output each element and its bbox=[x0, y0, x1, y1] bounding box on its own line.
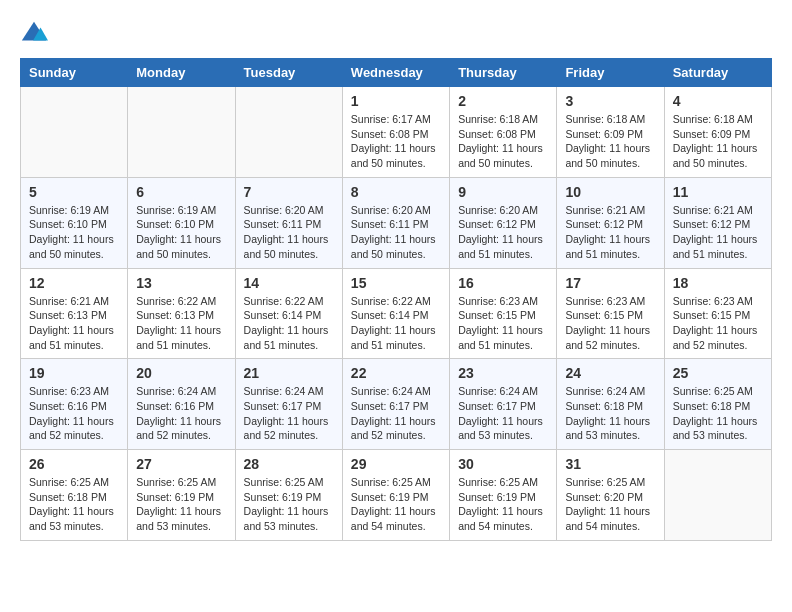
day-number: 15 bbox=[351, 275, 441, 291]
calendar-table: SundayMondayTuesdayWednesdayThursdayFrid… bbox=[20, 58, 772, 541]
day-number: 12 bbox=[29, 275, 119, 291]
calendar-cell: 19Sunrise: 6:23 AM Sunset: 6:16 PM Dayli… bbox=[21, 359, 128, 450]
day-info: Sunrise: 6:22 AM Sunset: 6:14 PM Dayligh… bbox=[351, 294, 441, 353]
day-info: Sunrise: 6:25 AM Sunset: 6:18 PM Dayligh… bbox=[29, 475, 119, 534]
calendar-cell bbox=[21, 87, 128, 178]
calendar-cell: 23Sunrise: 6:24 AM Sunset: 6:17 PM Dayli… bbox=[450, 359, 557, 450]
calendar-cell: 17Sunrise: 6:23 AM Sunset: 6:15 PM Dayli… bbox=[557, 268, 664, 359]
day-info: Sunrise: 6:21 AM Sunset: 6:12 PM Dayligh… bbox=[673, 203, 763, 262]
day-number: 11 bbox=[673, 184, 763, 200]
calendar-week-4: 19Sunrise: 6:23 AM Sunset: 6:16 PM Dayli… bbox=[21, 359, 772, 450]
day-info: Sunrise: 6:25 AM Sunset: 6:19 PM Dayligh… bbox=[136, 475, 226, 534]
calendar-cell: 16Sunrise: 6:23 AM Sunset: 6:15 PM Dayli… bbox=[450, 268, 557, 359]
day-info: Sunrise: 6:25 AM Sunset: 6:20 PM Dayligh… bbox=[565, 475, 655, 534]
day-info: Sunrise: 6:20 AM Sunset: 6:11 PM Dayligh… bbox=[244, 203, 334, 262]
weekday-header-tuesday: Tuesday bbox=[235, 59, 342, 87]
day-info: Sunrise: 6:19 AM Sunset: 6:10 PM Dayligh… bbox=[29, 203, 119, 262]
calendar-cell: 31Sunrise: 6:25 AM Sunset: 6:20 PM Dayli… bbox=[557, 450, 664, 541]
day-number: 24 bbox=[565, 365, 655, 381]
day-info: Sunrise: 6:20 AM Sunset: 6:12 PM Dayligh… bbox=[458, 203, 548, 262]
day-number: 4 bbox=[673, 93, 763, 109]
day-info: Sunrise: 6:24 AM Sunset: 6:16 PM Dayligh… bbox=[136, 384, 226, 443]
weekday-header-wednesday: Wednesday bbox=[342, 59, 449, 87]
day-info: Sunrise: 6:23 AM Sunset: 6:16 PM Dayligh… bbox=[29, 384, 119, 443]
day-number: 3 bbox=[565, 93, 655, 109]
day-info: Sunrise: 6:24 AM Sunset: 6:17 PM Dayligh… bbox=[458, 384, 548, 443]
calendar-cell: 30Sunrise: 6:25 AM Sunset: 6:19 PM Dayli… bbox=[450, 450, 557, 541]
calendar-week-3: 12Sunrise: 6:21 AM Sunset: 6:13 PM Dayli… bbox=[21, 268, 772, 359]
calendar-cell: 13Sunrise: 6:22 AM Sunset: 6:13 PM Dayli… bbox=[128, 268, 235, 359]
weekday-header-saturday: Saturday bbox=[664, 59, 771, 87]
day-number: 6 bbox=[136, 184, 226, 200]
calendar-cell: 22Sunrise: 6:24 AM Sunset: 6:17 PM Dayli… bbox=[342, 359, 449, 450]
day-number: 7 bbox=[244, 184, 334, 200]
calendar-cell: 26Sunrise: 6:25 AM Sunset: 6:18 PM Dayli… bbox=[21, 450, 128, 541]
day-number: 28 bbox=[244, 456, 334, 472]
calendar-cell: 7Sunrise: 6:20 AM Sunset: 6:11 PM Daylig… bbox=[235, 177, 342, 268]
day-info: Sunrise: 6:17 AM Sunset: 6:08 PM Dayligh… bbox=[351, 112, 441, 171]
calendar-cell: 9Sunrise: 6:20 AM Sunset: 6:12 PM Daylig… bbox=[450, 177, 557, 268]
day-info: Sunrise: 6:23 AM Sunset: 6:15 PM Dayligh… bbox=[673, 294, 763, 353]
calendar-cell: 25Sunrise: 6:25 AM Sunset: 6:18 PM Dayli… bbox=[664, 359, 771, 450]
calendar-cell: 3Sunrise: 6:18 AM Sunset: 6:09 PM Daylig… bbox=[557, 87, 664, 178]
day-info: Sunrise: 6:24 AM Sunset: 6:17 PM Dayligh… bbox=[244, 384, 334, 443]
day-info: Sunrise: 6:23 AM Sunset: 6:15 PM Dayligh… bbox=[458, 294, 548, 353]
day-number: 2 bbox=[458, 93, 548, 109]
calendar-cell: 24Sunrise: 6:24 AM Sunset: 6:18 PM Dayli… bbox=[557, 359, 664, 450]
day-info: Sunrise: 6:23 AM Sunset: 6:15 PM Dayligh… bbox=[565, 294, 655, 353]
calendar-week-1: 1Sunrise: 6:17 AM Sunset: 6:08 PM Daylig… bbox=[21, 87, 772, 178]
calendar-cell bbox=[235, 87, 342, 178]
weekday-header-monday: Monday bbox=[128, 59, 235, 87]
page-header bbox=[20, 20, 772, 48]
calendar-cell: 20Sunrise: 6:24 AM Sunset: 6:16 PM Dayli… bbox=[128, 359, 235, 450]
weekday-header-friday: Friday bbox=[557, 59, 664, 87]
calendar-cell: 6Sunrise: 6:19 AM Sunset: 6:10 PM Daylig… bbox=[128, 177, 235, 268]
calendar-cell: 15Sunrise: 6:22 AM Sunset: 6:14 PM Dayli… bbox=[342, 268, 449, 359]
day-info: Sunrise: 6:20 AM Sunset: 6:11 PM Dayligh… bbox=[351, 203, 441, 262]
calendar-cell: 4Sunrise: 6:18 AM Sunset: 6:09 PM Daylig… bbox=[664, 87, 771, 178]
day-info: Sunrise: 6:22 AM Sunset: 6:13 PM Dayligh… bbox=[136, 294, 226, 353]
day-info: Sunrise: 6:18 AM Sunset: 6:09 PM Dayligh… bbox=[673, 112, 763, 171]
day-number: 1 bbox=[351, 93, 441, 109]
calendar-cell: 28Sunrise: 6:25 AM Sunset: 6:19 PM Dayli… bbox=[235, 450, 342, 541]
calendar-cell: 2Sunrise: 6:18 AM Sunset: 6:08 PM Daylig… bbox=[450, 87, 557, 178]
day-info: Sunrise: 6:24 AM Sunset: 6:17 PM Dayligh… bbox=[351, 384, 441, 443]
day-info: Sunrise: 6:19 AM Sunset: 6:10 PM Dayligh… bbox=[136, 203, 226, 262]
calendar-cell: 12Sunrise: 6:21 AM Sunset: 6:13 PM Dayli… bbox=[21, 268, 128, 359]
day-info: Sunrise: 6:25 AM Sunset: 6:19 PM Dayligh… bbox=[458, 475, 548, 534]
day-info: Sunrise: 6:18 AM Sunset: 6:08 PM Dayligh… bbox=[458, 112, 548, 171]
day-number: 16 bbox=[458, 275, 548, 291]
calendar-cell: 27Sunrise: 6:25 AM Sunset: 6:19 PM Dayli… bbox=[128, 450, 235, 541]
day-number: 20 bbox=[136, 365, 226, 381]
day-info: Sunrise: 6:25 AM Sunset: 6:19 PM Dayligh… bbox=[351, 475, 441, 534]
day-info: Sunrise: 6:24 AM Sunset: 6:18 PM Dayligh… bbox=[565, 384, 655, 443]
day-number: 5 bbox=[29, 184, 119, 200]
day-info: Sunrise: 6:18 AM Sunset: 6:09 PM Dayligh… bbox=[565, 112, 655, 171]
day-number: 29 bbox=[351, 456, 441, 472]
calendar-cell bbox=[664, 450, 771, 541]
calendar-week-5: 26Sunrise: 6:25 AM Sunset: 6:18 PM Dayli… bbox=[21, 450, 772, 541]
day-number: 26 bbox=[29, 456, 119, 472]
calendar-cell: 1Sunrise: 6:17 AM Sunset: 6:08 PM Daylig… bbox=[342, 87, 449, 178]
calendar-cell: 5Sunrise: 6:19 AM Sunset: 6:10 PM Daylig… bbox=[21, 177, 128, 268]
calendar-cell: 10Sunrise: 6:21 AM Sunset: 6:12 PM Dayli… bbox=[557, 177, 664, 268]
calendar-header-row: SundayMondayTuesdayWednesdayThursdayFrid… bbox=[21, 59, 772, 87]
day-number: 21 bbox=[244, 365, 334, 381]
logo bbox=[20, 20, 52, 48]
day-number: 10 bbox=[565, 184, 655, 200]
day-number: 22 bbox=[351, 365, 441, 381]
day-info: Sunrise: 6:21 AM Sunset: 6:13 PM Dayligh… bbox=[29, 294, 119, 353]
day-number: 31 bbox=[565, 456, 655, 472]
calendar-cell: 11Sunrise: 6:21 AM Sunset: 6:12 PM Dayli… bbox=[664, 177, 771, 268]
calendar-week-2: 5Sunrise: 6:19 AM Sunset: 6:10 PM Daylig… bbox=[21, 177, 772, 268]
day-number: 13 bbox=[136, 275, 226, 291]
day-number: 27 bbox=[136, 456, 226, 472]
day-number: 9 bbox=[458, 184, 548, 200]
calendar-cell: 18Sunrise: 6:23 AM Sunset: 6:15 PM Dayli… bbox=[664, 268, 771, 359]
calendar-cell: 29Sunrise: 6:25 AM Sunset: 6:19 PM Dayli… bbox=[342, 450, 449, 541]
logo-icon bbox=[20, 20, 48, 48]
day-info: Sunrise: 6:21 AM Sunset: 6:12 PM Dayligh… bbox=[565, 203, 655, 262]
day-number: 23 bbox=[458, 365, 548, 381]
calendar-cell: 14Sunrise: 6:22 AM Sunset: 6:14 PM Dayli… bbox=[235, 268, 342, 359]
calendar-cell bbox=[128, 87, 235, 178]
